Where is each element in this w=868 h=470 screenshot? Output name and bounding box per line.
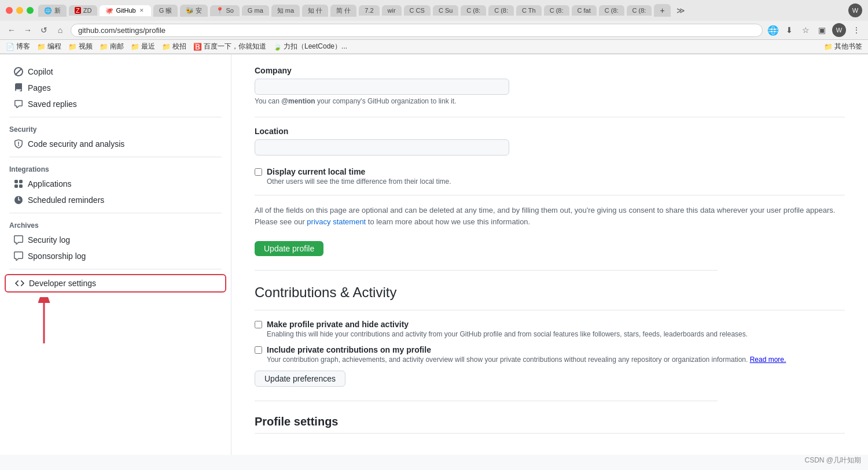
form-divider-4 — [255, 401, 718, 401]
include-private-desc: Your contribution graph, achievements, a… — [267, 356, 786, 364]
tab-an[interactable]: 🐝 安 — [180, 5, 208, 17]
translate-icon[interactable]: 🌐 — [767, 24, 779, 36]
minimize-button[interactable] — [16, 7, 23, 14]
avatar: W — [848, 3, 862, 17]
bookmark-boke[interactable]: 📄博客 — [6, 42, 30, 51]
tab-wir[interactable]: wir — [382, 5, 402, 16]
tab-new[interactable]: 🌐 新 — [38, 5, 67, 17]
arrow-annotation — [0, 297, 231, 353]
tab-cth[interactable]: C Th — [516, 5, 542, 16]
tab-c8b[interactable]: C (8: — [488, 5, 514, 16]
tab-c8a[interactable]: C (8: — [461, 5, 486, 16]
security-log-label: Security log — [28, 235, 70, 245]
developer-settings-label: Developer settings — [29, 279, 96, 288]
sidebar-divider-archives — [9, 213, 222, 213]
home-button[interactable]: ⌂ — [54, 24, 66, 36]
include-private-label[interactable]: Include private contributions on my prof… — [267, 345, 431, 354]
display-time-label[interactable]: Display current local time — [267, 167, 365, 176]
tab-github[interactable]: 🐙 GitHub ✕ — [100, 5, 150, 16]
sidebar: Copilot Pages Saved replies Security Cod… — [0, 54, 231, 455]
tab-zhima[interactable]: 知 ma — [271, 5, 300, 17]
bookmark-baidu[interactable]: 🅱️百度一下，你就知道 — [193, 42, 266, 51]
code-icon — [15, 279, 24, 288]
sidebar-item-scheduled-reminders[interactable]: Scheduled reminders — [5, 192, 226, 208]
tab-su[interactable]: C Su — [433, 5, 458, 16]
read-more-link[interactable]: Read more. — [750, 356, 786, 364]
bookmark-biancheng[interactable]: 📁编程 — [37, 42, 61, 51]
display-time-checkbox[interactable] — [255, 168, 262, 176]
tab-close-icon[interactable]: ✕ — [138, 7, 145, 14]
reload-button[interactable]: ↺ — [38, 24, 50, 36]
menu-icon[interactable]: ⋮ — [851, 24, 862, 36]
tab-c8c[interactable]: C (8: — [544, 5, 569, 16]
update-profile-button[interactable]: Update profile — [255, 241, 323, 256]
privacy-statement-link[interactable]: privacy statement — [307, 217, 366, 226]
tab-72[interactable]: 7.2 — [359, 5, 379, 16]
make-private-checkbox[interactable] — [255, 321, 262, 328]
tab-so[interactable]: 📍 So — [210, 5, 240, 16]
sidebar-item-pages[interactable]: Pages — [5, 80, 226, 96]
tab-zhishi[interactable]: 知 什 — [302, 5, 328, 17]
sidebar-item-copilot[interactable]: Copilot — [5, 64, 226, 80]
include-private-checkbox[interactable] — [255, 346, 262, 354]
location-input[interactable] — [255, 139, 509, 156]
make-private-group: Make profile private and hide activity E… — [255, 320, 845, 338]
sponsorship-icon — [14, 251, 23, 261]
tab-new-plus[interactable]: + — [654, 4, 670, 17]
clock-icon — [14, 195, 23, 205]
other-bookmarks[interactable]: 📁其他书签 — [824, 42, 862, 51]
bookmark-star-icon[interactable]: ☆ — [800, 24, 811, 36]
tab-jianshi[interactable]: 简 什 — [330, 5, 356, 17]
address-bar[interactable]: github.com/settings/profile — [71, 24, 763, 37]
sidebar-divider-developer — [9, 269, 222, 269]
forward-button[interactable]: → — [22, 24, 34, 36]
tabs-bar: 🌐 新 Z ZD 🐙 GitHub ✕ G 猴 🐝 安 📍 So G ma 知 … — [38, 4, 839, 17]
log-icon — [14, 235, 23, 245]
display-time-desc: Other users will see the time difference… — [267, 177, 451, 186]
tab-c8e[interactable]: C (8: — [627, 5, 652, 16]
tab-gma[interactable]: G ma — [242, 5, 269, 16]
maximize-button[interactable] — [27, 7, 34, 14]
profile-avatar[interactable]: W — [832, 23, 846, 37]
mention-text: @mention — [281, 97, 315, 105]
profile-info-text: All of the fields on this page are optio… — [255, 205, 845, 227]
bookmark-leetcode[interactable]: 🍃力扣（LeetCode）... — [273, 42, 347, 51]
content-area: Company You can @mention your company's … — [231, 54, 868, 455]
bookmark-recent[interactable]: 📁最近 — [131, 42, 155, 51]
update-preferences-button[interactable]: Update preferences — [255, 371, 345, 387]
bookmark-xiaozhi[interactable]: 📁校招 — [162, 42, 186, 51]
close-button[interactable] — [6, 7, 13, 14]
make-private-label[interactable]: Make profile private and hide activity — [267, 320, 409, 329]
saved-replies-icon — [14, 99, 23, 109]
form-divider-3 — [255, 270, 718, 271]
sidebar-item-security-log[interactable]: Security log — [5, 232, 226, 248]
company-input[interactable] — [255, 79, 509, 95]
sponsorship-log-label: Sponsorship log — [28, 251, 86, 261]
back-button[interactable]: ← — [6, 24, 17, 36]
archives-section-label: Archives — [0, 218, 231, 232]
sidebar-item-sponsorship-log[interactable]: Sponsorship log — [5, 248, 226, 264]
sidebar-item-code-security[interactable]: Code security and analysis — [5, 136, 226, 152]
sidebar-divider-integrations — [9, 157, 222, 157]
tab-cs[interactable]: C CS — [404, 5, 431, 16]
location-label: Location — [255, 127, 845, 136]
tab-google[interactable]: G 猴 — [153, 5, 178, 17]
tab-c8d[interactable]: C (8: — [599, 5, 624, 16]
code-security-label: Code security and analysis — [28, 139, 124, 149]
display-time-group: Display current local time Other users w… — [255, 167, 845, 186]
bookmark-video[interactable]: 📁视频 — [68, 42, 93, 51]
sidebar-item-applications[interactable]: Applications — [5, 176, 226, 192]
location-field-group: Location — [255, 127, 845, 156]
sidebar-toggle-icon[interactable]: ▣ — [816, 24, 827, 36]
copilot-label: Copilot — [28, 67, 53, 76]
tab-cfat[interactable]: C fat — [572, 5, 597, 16]
company-hint: You can @mention your company's GitHub o… — [255, 97, 845, 105]
tab-overflow-btn[interactable]: ≫ — [675, 5, 687, 16]
download-icon[interactable]: ⬇ — [784, 24, 795, 36]
tab-zd[interactable]: Z ZD — [69, 5, 97, 16]
sidebar-item-developer-settings[interactable]: Developer settings — [5, 274, 226, 293]
form-divider-2 — [255, 195, 845, 195]
bookmark-nanyou[interactable]: 📁南邮 — [100, 42, 124, 51]
sidebar-item-saved-replies[interactable]: Saved replies — [5, 96, 226, 112]
red-arrow-icon — [27, 297, 61, 343]
